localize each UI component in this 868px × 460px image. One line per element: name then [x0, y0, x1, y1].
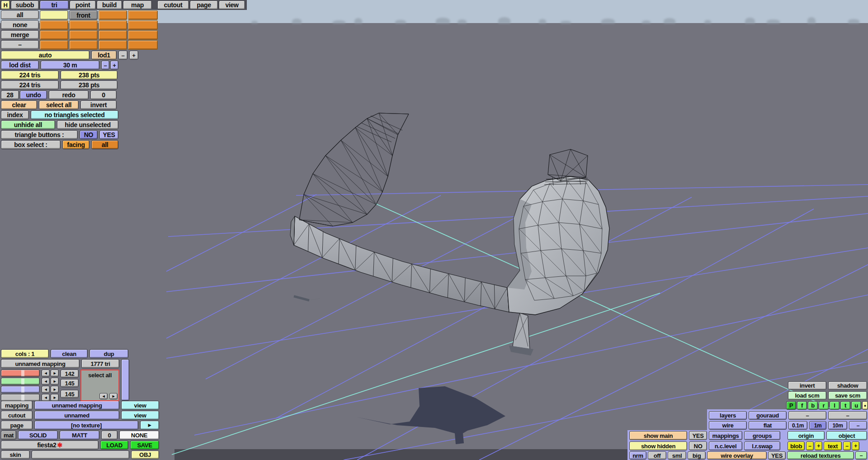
page-next-button[interactable]: ► [140, 421, 159, 430]
lod-dist-minus[interactable]: – [101, 61, 109, 70]
menu-item-cutout[interactable]: cutout [157, 0, 189, 9]
grid-row-dash[interactable]: – [1, 40, 39, 49]
scale-01m[interactable]: 0.1m [788, 421, 807, 430]
grid-row-none[interactable]: none [1, 20, 39, 29]
nrm-big[interactable]: big [688, 451, 706, 460]
grid-cell-3-3[interactable] [128, 40, 158, 50]
mapping-scroll-strip[interactable] [121, 359, 129, 401]
view-u[interactable]: u [851, 401, 861, 410]
channel-value-3[interactable]: 145 [61, 390, 79, 398]
cutout-row-label[interactable]: cutout [1, 411, 33, 420]
grid-cell-1-3[interactable] [128, 20, 158, 30]
viewport-3d[interactable] [0, 0, 868, 460]
view-p[interactable]: P [786, 401, 796, 410]
grid-cell-1-0[interactable] [40, 20, 68, 30]
show-main-button[interactable]: show main [629, 431, 687, 440]
view-f[interactable]: f [797, 401, 807, 410]
mappings-button[interactable]: mappings [709, 431, 742, 440]
mat-none[interactable]: NONE [119, 431, 159, 440]
slider-handle[interactable] [21, 394, 24, 401]
menu-item-map[interactable]: map [123, 0, 152, 9]
blob-button[interactable]: blob [788, 441, 805, 451]
slider-3-left-arrow-icon[interactable]: ◄ [42, 386, 50, 393]
grid-cell-0-3[interactable] [128, 10, 158, 20]
menu-item-view[interactable]: view [219, 0, 245, 9]
groups-button[interactable]: groups [744, 431, 780, 440]
grid-cell-2-2[interactable] [99, 30, 127, 40]
text-minus[interactable]: – [843, 441, 851, 451]
menu-item-subob[interactable]: subob [11, 0, 39, 9]
grid-cell-front[interactable]: front [69, 10, 98, 20]
grid-cell-active[interactable] [40, 10, 68, 20]
view-r[interactable]: r [819, 401, 829, 410]
dup-button[interactable]: dup [90, 349, 128, 358]
text-button[interactable]: text [824, 441, 842, 451]
shadow-button[interactable]: shadow [828, 381, 867, 390]
color-slider-1[interactable] [1, 370, 40, 377]
nrm-sml[interactable]: sml [668, 451, 686, 460]
lod-dist-plus[interactable]: + [110, 61, 118, 70]
lr-swap-button[interactable]: l.r.swap [744, 441, 780, 451]
undo-button[interactable]: undo [20, 90, 47, 100]
mat-matt[interactable]: MATT [60, 431, 99, 440]
grid-cell-3-1[interactable] [69, 40, 98, 50]
menu-item-build[interactable]: build [97, 0, 122, 9]
skin-label[interactable]: skin [1, 451, 30, 459]
slider-handle[interactable] [21, 370, 24, 376]
slider-4-right-arrow-icon[interactable]: ► [51, 394, 59, 401]
current-file-button[interactable]: fiesta2✱ [1, 441, 99, 450]
save-scm-button[interactable]: save scm [828, 391, 867, 400]
slider-handle[interactable] [21, 386, 24, 393]
grid-cell-1-1[interactable] [69, 20, 98, 30]
page-row-label[interactable]: page [1, 421, 33, 430]
blob-minus[interactable]: – [806, 441, 814, 451]
slider-1-right-arrow-icon[interactable]: ► [51, 370, 59, 377]
grid-row-all[interactable]: all [1, 10, 39, 19]
index-button[interactable]: index [1, 110, 29, 119]
triangle-buttons-yes[interactable]: YES [99, 130, 118, 139]
menu-item-h[interactable]: H [1, 0, 10, 9]
mapping-name[interactable]: unnamed mapping [1, 359, 80, 368]
hide-unselected-button[interactable]: hide unselected [57, 120, 118, 129]
select-box-left-arrow-icon[interactable]: ◄ [99, 393, 108, 399]
triangle-buttons-no[interactable]: NO [80, 130, 98, 139]
scale-1m[interactable]: 1m [809, 421, 826, 430]
blob-plus[interactable]: + [815, 441, 822, 451]
show-hidden-no[interactable]: NO [689, 441, 707, 451]
gouraud-button[interactable]: gouraud [749, 411, 787, 420]
grid-cell-0-2[interactable] [99, 10, 127, 20]
lod-minus[interactable]: – [118, 51, 127, 60]
mapping-select-all-box[interactable]: select all◄► [80, 370, 119, 401]
flat-button[interactable]: flat [749, 421, 787, 430]
wire-button[interactable]: wire [709, 421, 747, 430]
lod-plus[interactable]: + [129, 51, 138, 60]
nrm-off[interactable]: off [648, 451, 666, 460]
lod-dist-label[interactable]: lod dist [1, 61, 39, 70]
load-scm-button[interactable]: load scm [788, 391, 826, 400]
show-main-yes[interactable]: YES [689, 431, 707, 440]
view-l[interactable]: l [830, 401, 840, 410]
grid-cell-2-0[interactable] [40, 30, 68, 40]
slider-handle[interactable] [21, 378, 24, 384]
grid-cell-1-2[interactable] [99, 20, 127, 30]
select-box-right-arrow-icon[interactable]: ► [109, 393, 118, 399]
scale-minus[interactable]: – [849, 421, 867, 430]
menu-item-point[interactable]: point [70, 0, 96, 9]
clear-button[interactable]: clear [1, 100, 37, 109]
slider-3-right-arrow-icon[interactable]: ► [51, 386, 59, 393]
lod-lod1[interactable]: lod1 [91, 51, 117, 60]
invert-button[interactable]: invert [80, 100, 117, 109]
layers-dash-1[interactable]: – [788, 411, 826, 420]
grid-cell-2-3[interactable] [128, 30, 158, 40]
lod-auto[interactable]: auto [1, 51, 90, 60]
layers-dash-2[interactable]: – [828, 411, 867, 420]
color-slider-3[interactable] [1, 386, 40, 393]
clean-button[interactable]: clean [51, 349, 88, 358]
menu-item-tri[interactable]: tri [40, 0, 69, 9]
mapping-row-label[interactable]: mapping [1, 401, 33, 410]
slider-2-left-arrow-icon[interactable]: ◄ [42, 378, 50, 385]
obj-button[interactable]: OBJ [131, 451, 159, 459]
cutout-view-button[interactable]: view [121, 411, 159, 420]
text-plus[interactable]: + [852, 441, 859, 451]
layers-button[interactable]: layers [709, 411, 747, 420]
